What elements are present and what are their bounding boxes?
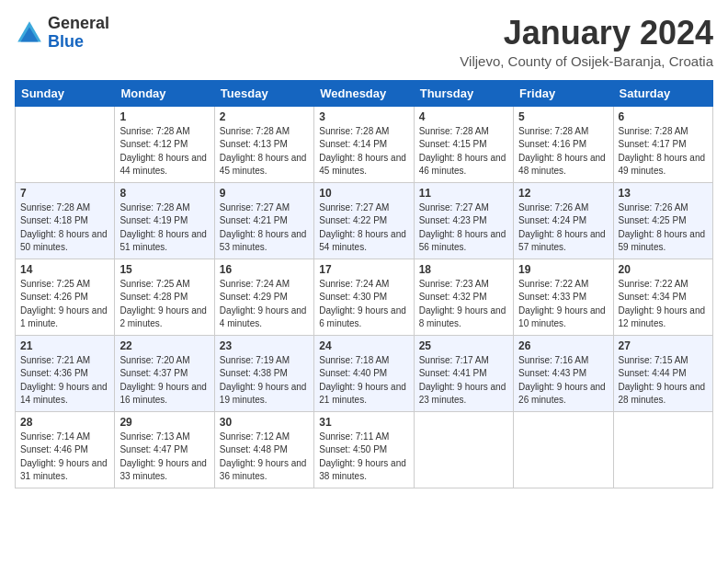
day-number: 23 — [220, 339, 309, 352]
day-info: Sunrise: 7:17 AMSunset: 4:41 PMDaylight:… — [419, 354, 508, 408]
calendar-cell: 7Sunrise: 7:28 AMSunset: 4:18 PMDaylight… — [16, 182, 115, 259]
logo-general: General — [48, 15, 109, 33]
logo: General Blue — [15, 15, 109, 52]
day-number: 5 — [518, 110, 608, 123]
day-info: Sunrise: 7:28 AMSunset: 4:15 PMDaylight:… — [419, 125, 508, 178]
title-block: January 2024 Viljevo, County of Osijek-B… — [460, 15, 713, 69]
calendar-cell: 22Sunrise: 7:20 AMSunset: 4:37 PMDayligh… — [115, 335, 214, 411]
day-number: 12 — [518, 187, 608, 200]
page-header: General Blue January 2024 Viljevo, Count… — [15, 15, 713, 69]
day-info: Sunrise: 7:28 AMSunset: 4:19 PMDaylight:… — [119, 201, 209, 255]
calendar-cell: 24Sunrise: 7:18 AMSunset: 4:40 PMDayligh… — [314, 335, 414, 411]
calendar-cell: 4Sunrise: 7:28 AMSunset: 4:15 PMDaylight… — [414, 106, 513, 182]
day-info: Sunrise: 7:24 AMSunset: 4:29 PMDaylight:… — [220, 278, 309, 331]
calendar-week-row: 7Sunrise: 7:28 AMSunset: 4:18 PMDaylight… — [16, 182, 713, 259]
calendar-cell: 12Sunrise: 7:26 AMSunset: 4:24 PMDayligh… — [514, 182, 613, 259]
calendar-cell: 8Sunrise: 7:28 AMSunset: 4:19 PMDaylight… — [115, 182, 214, 259]
day-info: Sunrise: 7:28 AMSunset: 4:17 PMDaylight:… — [619, 125, 708, 178]
calendar-cell: 2Sunrise: 7:28 AMSunset: 4:13 PMDaylight… — [214, 106, 313, 182]
day-number: 3 — [319, 110, 408, 123]
day-number: 6 — [619, 110, 708, 123]
day-info: Sunrise: 7:19 AMSunset: 4:38 PMDaylight:… — [220, 354, 309, 408]
day-number: 21 — [20, 339, 109, 352]
day-number: 28 — [20, 416, 109, 429]
calendar-cell: 31Sunrise: 7:11 AMSunset: 4:50 PMDayligh… — [314, 411, 414, 488]
day-info: Sunrise: 7:13 AMSunset: 4:47 PMDaylight:… — [119, 431, 209, 484]
day-number: 9 — [220, 187, 309, 200]
day-number: 30 — [220, 416, 309, 429]
day-number: 22 — [119, 339, 209, 352]
calendar-week-row: 1Sunrise: 7:28 AMSunset: 4:12 PMDaylight… — [16, 106, 713, 182]
calendar-cell: 20Sunrise: 7:22 AMSunset: 4:34 PMDayligh… — [613, 259, 712, 335]
day-number: 20 — [619, 263, 708, 276]
day-number: 18 — [419, 263, 508, 276]
day-number: 2 — [220, 110, 309, 123]
day-info: Sunrise: 7:28 AMSunset: 4:13 PMDaylight:… — [220, 125, 309, 178]
calendar-cell — [613, 411, 712, 488]
day-info: Sunrise: 7:22 AMSunset: 4:34 PMDaylight:… — [619, 278, 708, 331]
day-info: Sunrise: 7:16 AMSunset: 4:43 PMDaylight:… — [518, 354, 608, 408]
day-number: 17 — [319, 263, 408, 276]
calendar-cell: 19Sunrise: 7:22 AMSunset: 4:33 PMDayligh… — [514, 259, 613, 335]
calendar-cell: 21Sunrise: 7:21 AMSunset: 4:36 PMDayligh… — [16, 335, 115, 411]
day-info: Sunrise: 7:22 AMSunset: 4:33 PMDaylight:… — [518, 278, 608, 331]
day-number: 1 — [119, 110, 209, 123]
day-number: 14 — [20, 263, 109, 276]
calendar-cell: 11Sunrise: 7:27 AMSunset: 4:23 PMDayligh… — [414, 182, 513, 259]
calendar-header-tuesday: Tuesday — [214, 80, 313, 106]
calendar-cell: 15Sunrise: 7:25 AMSunset: 4:28 PMDayligh… — [115, 259, 214, 335]
day-info: Sunrise: 7:27 AMSunset: 4:22 PMDaylight:… — [319, 201, 408, 255]
calendar-table: SundayMondayTuesdayWednesdayThursdayFrid… — [15, 80, 713, 488]
day-info: Sunrise: 7:11 AMSunset: 4:50 PMDaylight:… — [319, 431, 408, 484]
day-info: Sunrise: 7:27 AMSunset: 4:21 PMDaylight:… — [220, 201, 309, 255]
calendar-cell: 5Sunrise: 7:28 AMSunset: 4:16 PMDaylight… — [514, 106, 613, 182]
day-number: 7 — [20, 187, 109, 200]
calendar-cell — [414, 411, 513, 488]
day-number: 10 — [319, 187, 408, 200]
calendar-cell: 9Sunrise: 7:27 AMSunset: 4:21 PMDaylight… — [214, 182, 313, 259]
calendar-cell: 29Sunrise: 7:13 AMSunset: 4:47 PMDayligh… — [115, 411, 214, 488]
day-info: Sunrise: 7:20 AMSunset: 4:37 PMDaylight:… — [119, 354, 209, 408]
day-info: Sunrise: 7:15 AMSunset: 4:44 PMDaylight:… — [619, 354, 708, 408]
day-info: Sunrise: 7:24 AMSunset: 4:30 PMDaylight:… — [319, 278, 408, 331]
day-number: 29 — [119, 416, 209, 429]
day-info: Sunrise: 7:25 AMSunset: 4:26 PMDaylight:… — [20, 278, 109, 331]
day-info: Sunrise: 7:28 AMSunset: 4:14 PMDaylight:… — [319, 125, 408, 178]
calendar-cell: 3Sunrise: 7:28 AMSunset: 4:14 PMDaylight… — [314, 106, 414, 182]
calendar-header-sunday: Sunday — [16, 80, 115, 106]
day-info: Sunrise: 7:26 AMSunset: 4:25 PMDaylight:… — [619, 201, 708, 255]
calendar-cell: 16Sunrise: 7:24 AMSunset: 4:29 PMDayligh… — [214, 259, 313, 335]
location-subtitle: Viljevo, County of Osijek-Baranja, Croat… — [460, 53, 713, 69]
day-number: 15 — [119, 263, 209, 276]
calendar-cell: 13Sunrise: 7:26 AMSunset: 4:25 PMDayligh… — [613, 182, 712, 259]
logo-icon — [15, 18, 44, 48]
calendar-cell: 26Sunrise: 7:16 AMSunset: 4:43 PMDayligh… — [514, 335, 613, 411]
day-number: 13 — [619, 187, 708, 200]
day-info: Sunrise: 7:23 AMSunset: 4:32 PMDaylight:… — [419, 278, 508, 331]
day-number: 4 — [419, 110, 508, 123]
day-number: 8 — [119, 187, 209, 200]
calendar-header-wednesday: Wednesday — [314, 80, 414, 106]
calendar-cell: 17Sunrise: 7:24 AMSunset: 4:30 PMDayligh… — [314, 259, 414, 335]
day-info: Sunrise: 7:27 AMSunset: 4:23 PMDaylight:… — [419, 201, 508, 255]
day-info: Sunrise: 7:28 AMSunset: 4:16 PMDaylight:… — [518, 125, 608, 178]
day-info: Sunrise: 7:12 AMSunset: 4:48 PMDaylight:… — [220, 431, 309, 484]
month-title: January 2024 — [460, 15, 713, 52]
calendar-header-friday: Friday — [514, 80, 613, 106]
day-info: Sunrise: 7:14 AMSunset: 4:46 PMDaylight:… — [20, 431, 109, 484]
day-number: 31 — [319, 416, 408, 429]
day-info: Sunrise: 7:25 AMSunset: 4:28 PMDaylight:… — [119, 278, 209, 331]
calendar-cell: 18Sunrise: 7:23 AMSunset: 4:32 PMDayligh… — [414, 259, 513, 335]
calendar-cell: 23Sunrise: 7:19 AMSunset: 4:38 PMDayligh… — [214, 335, 313, 411]
calendar-header-row: SundayMondayTuesdayWednesdayThursdayFrid… — [16, 80, 713, 106]
day-info: Sunrise: 7:28 AMSunset: 4:12 PMDaylight:… — [119, 125, 209, 178]
calendar-week-row: 14Sunrise: 7:25 AMSunset: 4:26 PMDayligh… — [16, 259, 713, 335]
calendar-cell: 1Sunrise: 7:28 AMSunset: 4:12 PMDaylight… — [115, 106, 214, 182]
calendar-week-row: 28Sunrise: 7:14 AMSunset: 4:46 PMDayligh… — [16, 411, 713, 488]
calendar-cell — [16, 106, 115, 182]
calendar-week-row: 21Sunrise: 7:21 AMSunset: 4:36 PMDayligh… — [16, 335, 713, 411]
day-info: Sunrise: 7:21 AMSunset: 4:36 PMDaylight:… — [20, 354, 109, 408]
day-info: Sunrise: 7:26 AMSunset: 4:24 PMDaylight:… — [518, 201, 608, 255]
calendar-cell: 30Sunrise: 7:12 AMSunset: 4:48 PMDayligh… — [214, 411, 313, 488]
calendar-cell: 10Sunrise: 7:27 AMSunset: 4:22 PMDayligh… — [314, 182, 414, 259]
